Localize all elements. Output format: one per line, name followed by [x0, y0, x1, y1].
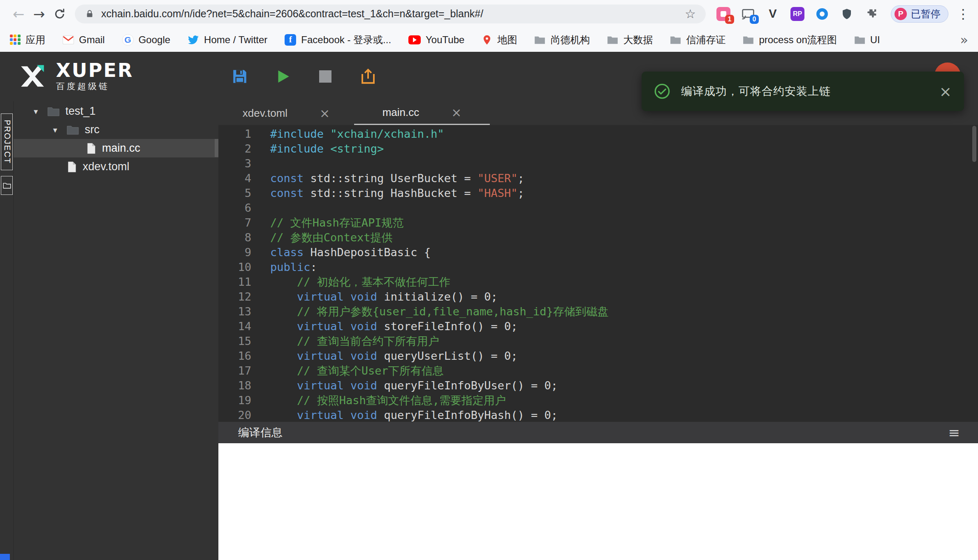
code-text: // 文件Hash存证API规范: [251, 215, 404, 230]
run-button[interactable]: [273, 67, 292, 86]
line-number: 17: [218, 363, 251, 378]
tab-close-icon[interactable]: ×: [320, 106, 330, 120]
address-bar[interactable]: xchain.baidu.com/n/ide?net=5&chain=2606&…: [75, 5, 706, 23]
line-number: 15: [218, 334, 251, 349]
line-number: 19: [218, 393, 251, 408]
bookmarks-overflow-button[interactable]: »: [960, 32, 968, 48]
bookmarks-bar: 应用GmailGGoogleHome / TwitterfFacebook - …: [0, 28, 978, 52]
bookmark-item[interactable]: 信浦存证: [670, 33, 725, 46]
deploy-button[interactable]: [359, 67, 378, 86]
code-text: const std::string HashBucket = "HASH";: [251, 186, 524, 201]
tree-item-main.cc[interactable]: main.cc: [14, 139, 218, 157]
line-number: 14: [218, 319, 251, 334]
line-number: 9: [218, 245, 251, 260]
tab-close-icon[interactable]: ×: [451, 105, 461, 120]
code-line: 1#include "xchain/xchain.h": [218, 127, 978, 141]
shield-icon[interactable]: [840, 7, 854, 21]
folder-icon: [743, 35, 754, 44]
tab-main.cc[interactable]: main.cc×: [354, 101, 490, 125]
bookmark-item[interactable]: 大数据: [607, 33, 653, 46]
twitter-icon: [188, 34, 199, 46]
code-line: 13 // 将用户参数{user_id,file_name,hash_id}存储…: [218, 304, 978, 319]
bookmark-star-icon[interactable]: ☆: [685, 7, 696, 21]
file-explorer: ▾test_1▾srcmain.ccxdev.toml: [14, 101, 218, 560]
bookmark-item[interactable]: GGoogle: [122, 34, 170, 46]
code-text: class HashDepositBasic {: [251, 245, 431, 260]
maps-icon: [482, 35, 492, 45]
tree-item-xdev.toml[interactable]: xdev.toml: [14, 157, 218, 176]
line-number: 8: [218, 230, 251, 245]
bookmark-item[interactable]: UI: [854, 34, 880, 46]
folder-icon: [534, 35, 545, 44]
code-line: 4const std::string UserBucket = "USER";: [218, 171, 978, 186]
folder-icon: [607, 35, 618, 44]
extension-pink-icon[interactable]: 1: [716, 7, 730, 21]
bookmark-item[interactable]: Gmail: [63, 34, 105, 46]
bookmark-label: Google: [139, 34, 170, 46]
code-line: 20 virtual void queryFileInfoByHash() = …: [218, 408, 978, 422]
cast-icon[interactable]: 0: [741, 7, 755, 21]
bookmark-label: 地图: [497, 33, 517, 46]
lock-icon: [85, 9, 95, 19]
line-number: 16: [218, 349, 251, 363]
panel-menu-icon[interactable]: ≡: [948, 424, 960, 441]
bookmark-item[interactable]: 应用: [10, 33, 45, 46]
bookmark-item[interactable]: fFacebook - 登录或...: [285, 33, 391, 46]
bookmark-item[interactable]: Home / Twitter: [188, 34, 267, 46]
code-line: 8// 参数由Context提供: [218, 230, 978, 245]
tree-item-label: main.cc: [102, 142, 140, 155]
editor-scrollbar[interactable]: [972, 126, 976, 162]
folder-icon: [47, 106, 60, 116]
screen: ← → xchain.baidu.com/n/ide?net=5&chain=2…: [0, 0, 978, 560]
code-line: 12 virtual void initialize() = 0;: [218, 289, 978, 304]
gmail-icon: [63, 35, 74, 44]
bookmark-item[interactable]: 尚德机构: [534, 33, 590, 46]
profile-paused-badge[interactable]: P 已暂停: [891, 5, 948, 23]
browser-menu-button[interactable]: ⋮: [957, 6, 970, 22]
code-text: // 初始化，基本不做任何工作: [251, 275, 450, 289]
forward-button[interactable]: →: [29, 4, 49, 24]
line-number: 3: [218, 156, 251, 171]
bookmark-item[interactable]: YouTube: [408, 34, 464, 46]
back-button[interactable]: ←: [8, 4, 29, 24]
tab-xdev.toml[interactable]: xdev.toml×: [218, 101, 354, 125]
code-line: 10public:: [218, 260, 978, 275]
bookmark-label: YouTube: [426, 34, 464, 46]
line-number: 7: [218, 215, 251, 230]
logo-title: XUPER: [56, 61, 133, 80]
line-number: 10: [218, 260, 251, 275]
bookmark-item[interactable]: 地图: [482, 33, 517, 46]
save-button[interactable]: [230, 67, 249, 86]
extension-circle-icon[interactable]: [815, 7, 829, 21]
line-number: 1: [218, 127, 251, 141]
extension-icons: 1 0 V RP: [716, 7, 878, 21]
code-text: // 参数由Context提供: [251, 230, 393, 245]
bookmark-label: Home / Twitter: [204, 34, 267, 46]
sidebar-scrollbar[interactable]: [215, 139, 218, 157]
xuper-logo-icon: [17, 61, 48, 92]
tree-item-src[interactable]: ▾src: [14, 120, 218, 139]
code-text: virtual void initialize() = 0;: [251, 289, 498, 304]
code-text: // 将用户参数{user_id,file_name,hash_id}存储到磁盘: [251, 304, 609, 319]
reload-button[interactable]: [49, 4, 70, 24]
toast-close-button[interactable]: ×: [939, 83, 952, 100]
url-text: xchain.baidu.com/n/ide?net=5&chain=2606&…: [101, 8, 678, 20]
code-text: public:: [251, 260, 317, 275]
folder-panel-tab[interactable]: [1, 176, 13, 195]
bookmark-item[interactable]: process on流程图: [743, 33, 837, 46]
bookmark-label: Gmail: [79, 34, 105, 46]
stop-button[interactable]: [316, 67, 335, 86]
code-editor[interactable]: 1#include "xchain/xchain.h"2#include <st…: [218, 125, 978, 422]
chevron-down-icon[interactable]: ▾: [30, 106, 42, 116]
tree-item-test_1[interactable]: ▾test_1: [14, 102, 218, 120]
chevron-down-icon[interactable]: ▾: [49, 125, 61, 135]
xuper-logo: XUPER 百度超级链: [0, 61, 197, 92]
extension-badge-red: 1: [725, 15, 734, 24]
extension-rp-icon[interactable]: RP: [790, 7, 804, 21]
extension-v-icon[interactable]: V: [766, 7, 780, 21]
code-text: const std::string UserBucket = "USER";: [251, 171, 524, 186]
ide-toolbar: [230, 67, 378, 86]
project-panel-tab[interactable]: PROJECT: [1, 113, 13, 170]
extensions-puzzle-icon[interactable]: [864, 7, 878, 21]
bookmark-label: process on流程图: [759, 33, 837, 46]
